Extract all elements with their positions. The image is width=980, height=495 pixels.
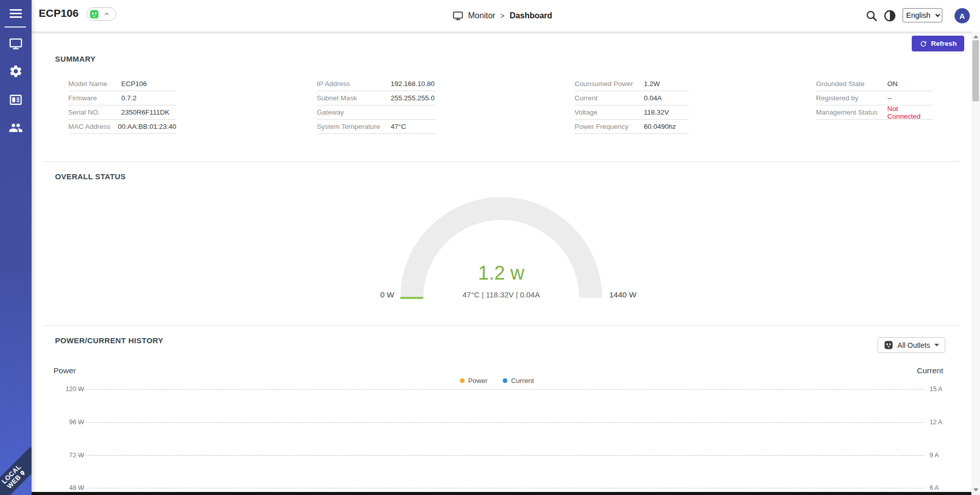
sidebar-item-news[interactable] [9,93,23,107]
y-axis-left-tick: 48 W [43,484,84,491]
field-label: IP Address [317,80,391,88]
y-axis-left-tick: 96 W [43,419,84,426]
gauge-max-label: 1440 W [609,290,665,299]
scroll-down-arrow[interactable] [973,488,978,491]
dashboard-page: LOCAL WEB ECP106 Monitor > [0,0,980,495]
summary-column-1: Model Name ECP106 Firmware 0.7.2 Serial … [68,77,176,134]
refresh-button[interactable]: Refresh [912,36,964,51]
breadcrumb-section[interactable]: Monitor [468,11,495,20]
field-label: Power Frequency [575,123,644,130]
sidebar-item-settings[interactable] [9,64,23,78]
users-icon [9,121,23,135]
chevron-up-icon [104,11,110,17]
summary-row: Gateway [317,105,435,120]
outlet-icon [884,340,893,350]
summary-column-2: IP Address 192.168.10.80 Subnet Mask 255… [317,77,435,134]
window-bottom-edge [32,492,971,495]
field-label: Gateway [317,108,391,116]
field-label: Subnet Mask [317,94,391,102]
breadcrumb: Monitor > Dashboard [452,0,552,32]
scroll-up-arrow[interactable] [973,35,978,38]
summary-row: MAC Address 00:AA:BB:01:23:40 [68,120,176,134]
summary-row: Registered by -- [816,91,933,105]
language-select[interactable]: English [903,8,942,22]
field-label: Registered by [816,94,887,102]
field-label: Grounded State [816,80,887,88]
history-heading: POWER/CURRENT HISTORY [55,336,164,345]
field-value: 0.04A [644,94,662,102]
sidebar-item-users[interactable] [9,121,23,135]
field-label: System Temperature [317,123,391,130]
y-axis-right-tick: 6 A [930,484,960,491]
chart-gridline [75,455,924,456]
overall-status-heading: OVERALL STATUS [55,172,126,181]
field-value: 47°C [391,123,406,130]
avatar[interactable]: A [955,8,970,23]
field-label: Current [575,94,644,102]
caret-down-icon [934,344,939,346]
summary-row: Voltage 118.32V [575,105,689,120]
right-axis-title: Current [917,366,943,375]
local-web-ribbon[interactable]: LOCAL WEB [0,447,32,495]
summary-column-4: Grounded State ON Registered by -- Manag… [816,77,933,120]
page-title: ECP106 [39,7,78,19]
field-value: 00:AA:BB:01:23:40 [118,123,176,130]
field-label: Voltage [575,108,644,116]
field-label: Serial NO. [68,108,121,116]
summary-row: Subnet Mask 255.255.255.0 [317,91,435,105]
sidebar-item-monitor[interactable] [9,37,23,51]
legend-current-label: Current [511,377,534,384]
outlet-icon [89,9,99,19]
sidebar: LOCAL WEB [0,0,32,495]
sidebar-divider [5,26,26,28]
y-axis-right-tick: 12 A [930,419,960,426]
summary-row: Management Status Not Connected [816,105,933,120]
summary-row: Counsumed Power 1.2W [575,77,689,91]
chart-gridline [75,422,924,423]
left-axis-title: Power [53,366,76,375]
breadcrumb-page: Dashboard [510,11,553,20]
y-axis-right-tick: 15 A [930,386,960,393]
chart-legend: Power Current [460,377,534,384]
field-label: Firmware [68,94,121,102]
chart-gridline [75,389,924,390]
vertical-scrollbar[interactable] [971,32,980,495]
field-value: ECP106 [121,80,147,88]
legend-item-power[interactable]: Power [460,377,487,384]
field-label: Counsumed Power [575,80,644,88]
theme-toggle-button[interactable] [883,9,896,22]
gauge-subtitle: 47°C | 118.32V | 0.04A [399,290,603,299]
refresh-label: Refresh [931,40,957,47]
legend-power-label: Power [468,377,487,384]
summary-row: IP Address 192.168.10.80 [317,77,435,91]
current-series-dot [503,378,507,383]
gauge-min-label: 0 W [353,290,394,299]
y-axis-left-tick: 72 W [43,452,84,459]
summary-row: Serial NO. 2350R6F111DK [68,105,176,120]
field-value: 118.32V [644,108,669,116]
summary-row: Power Frequency 60.0490hz [575,120,689,134]
summary-row: Grounded State ON [816,77,933,91]
avatar-initial: A [960,12,965,20]
monitor-icon [452,10,464,21]
contrast-icon [883,9,896,22]
settings-icon [9,64,23,78]
field-label: Management Status [816,108,887,116]
management-status-value: Not Connected [887,105,933,120]
power-series-dot [460,378,465,383]
refresh-icon [919,40,928,48]
gauge-value: 1.2 w [425,262,578,284]
menu-icon[interactable] [0,0,32,28]
summary-heading: SUMMARY [55,54,96,63]
search-button[interactable] [865,9,878,22]
outlet-selector-button[interactable]: All Outlets [878,337,945,353]
summary-row: System Temperature 47°C [317,120,435,134]
field-label: MAC Address [68,123,118,130]
field-value: 2350R6F111DK [121,108,170,116]
device-status-badge[interactable] [87,7,116,21]
breadcrumb-separator: > [500,12,505,20]
scrollbar-thumb[interactable] [972,40,979,101]
outlet-selector-label: All Outlets [897,341,930,349]
summary-column-3: Counsumed Power 1.2W Current 0.04A Volta… [575,77,689,134]
legend-item-current[interactable]: Current [503,377,534,384]
